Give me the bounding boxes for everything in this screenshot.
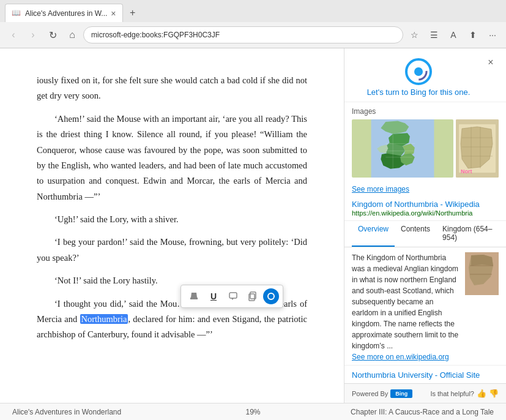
close-cortana-button[interactable]: ×	[484, 56, 497, 69]
bookmark-button[interactable]: ☆	[406, 26, 423, 43]
paragraph-4: ‘I beg your pardon!’ said the Mouse, fro…	[37, 234, 307, 266]
svg-text:Nort: Nort	[461, 168, 472, 174]
svg-marker-1	[191, 293, 197, 298]
helpful-text: Is that helpful?	[430, 390, 474, 397]
selection-toolbar: U	[180, 285, 283, 308]
tab-favicon: 📖	[12, 9, 21, 18]
browser-tab-active[interactable]: 📖 Alice's Adventures in W... ×	[5, 4, 123, 22]
comment-button[interactable]	[224, 288, 242, 305]
refresh-button[interactable]: ↻	[44, 26, 61, 43]
helpful-buttons: Is that helpful? 👍 👎	[430, 389, 499, 398]
forward-button[interactable]: ›	[24, 26, 42, 43]
back-button[interactable]: ‹	[5, 26, 22, 43]
book-reader[interactable]: iously fixed on it, for she felt sure sh…	[0, 48, 344, 403]
browser-chrome: 📖 Alice's Adventures in W... × + ‹ › ↻ ⌂…	[0, 0, 506, 48]
main-area: iously fixed on it, for she felt sure sh…	[0, 48, 506, 403]
cortana-button[interactable]: A	[445, 26, 462, 43]
powered-by-text: Powered By	[352, 390, 388, 397]
tab-overview[interactable]: Overview	[352, 221, 395, 247]
result-tabs: Overview Contents Kingdom (654–954)	[344, 221, 506, 247]
powered-by: Powered By Bing	[352, 389, 430, 398]
book-title-status: Alice's Adventures in Wonderland	[12, 408, 173, 416]
paragraph-3: ‘Ugh!’ said the Lory, with a shiver.	[37, 212, 307, 227]
wiki-url: https://en.wikipedia.org/wiki/Northumbri…	[352, 209, 499, 217]
highlight-button[interactable]	[185, 288, 203, 305]
cortana-icon	[405, 58, 432, 85]
tab-title: Alice's Adventures in W...	[25, 9, 107, 18]
images-section: Images	[344, 102, 506, 182]
wiki-title[interactable]: Kingdom of Northumbria - Wikipedia	[352, 200, 499, 209]
circle-button[interactable]	[263, 288, 279, 304]
tab-close-button[interactable]: ×	[111, 9, 116, 18]
thumbs-down-button[interactable]: 👎	[489, 389, 499, 398]
svg-marker-3	[231, 298, 234, 300]
paragraph-1: iously fixed on it, for she felt sure sh…	[37, 73, 307, 104]
images-grid: Nort	[352, 119, 499, 178]
status-bar: Alice's Adventures in Wonderland 19% Cha…	[0, 403, 506, 420]
more-button[interactable]: ···	[484, 26, 501, 43]
result-thumbnail	[465, 252, 499, 295]
underline-button[interactable]: U	[204, 288, 223, 305]
home-button[interactable]: ⌂	[64, 26, 81, 43]
cortana-panel: Let's turn to Bing for this one. × Image…	[344, 48, 506, 403]
reading-view-button[interactable]: ☰	[425, 26, 442, 43]
tab-contents[interactable]: Contents	[395, 221, 436, 247]
book-progress: 19%	[173, 408, 333, 416]
new-tab-button[interactable]: +	[125, 6, 140, 20]
thumbs-up-button[interactable]: 👍	[477, 389, 486, 398]
see-more-images-link[interactable]: See more images	[352, 185, 499, 193]
result-text: The Kingdom of Northumbria was a medieva…	[352, 252, 460, 360]
svg-point-6	[268, 293, 274, 299]
map-image-2[interactable]: Nort	[456, 119, 499, 178]
wiki-result: Kingdom of Northumbria - Wikipedia https…	[344, 196, 506, 221]
svg-point-9	[414, 67, 423, 76]
cortana-logo: Let's turn to Bing for this one.	[353, 56, 484, 97]
svg-rect-2	[229, 293, 237, 298]
next-result-title[interactable]: Northumbria University - Official Site	[344, 365, 506, 383]
result-body-text: The Kingdom of Northumbria was a medieva…	[352, 253, 458, 350]
bing-logo: Bing	[390, 389, 412, 398]
tab-kingdom[interactable]: Kingdom (654–954)	[436, 221, 499, 247]
svg-rect-0	[190, 298, 198, 299]
chapter-title: Chapter III: A Caucus-Race and a Long Ta…	[333, 408, 494, 416]
tab-bar: 📖 Alice's Adventures in W... × +	[0, 0, 506, 22]
map-image-1[interactable]	[352, 119, 453, 178]
bing-footer: Powered By Bing Is that helpful? 👍 👎	[344, 383, 506, 403]
result-body: The Kingdom of Northumbria was a medieva…	[344, 247, 506, 365]
cortana-tagline: Let's turn to Bing for this one.	[367, 88, 471, 97]
address-bar[interactable]	[83, 26, 403, 43]
highlighted-word[interactable]: Northumbria	[80, 314, 128, 324]
share-button[interactable]: ⬆	[464, 26, 482, 43]
nav-bar: ‹ › ↻ ⌂ ☆ ☰ A ⬆ ···	[0, 22, 506, 48]
images-label: Images	[352, 107, 499, 116]
cortana-header: Let's turn to Bing for this one. ×	[344, 48, 506, 102]
paragraph-2: ‘Ahem!’ said the Mouse with an important…	[37, 111, 307, 204]
copy-button[interactable]	[244, 288, 262, 305]
see-more-link[interactable]: See more on en.wikipedia.org	[352, 353, 449, 361]
